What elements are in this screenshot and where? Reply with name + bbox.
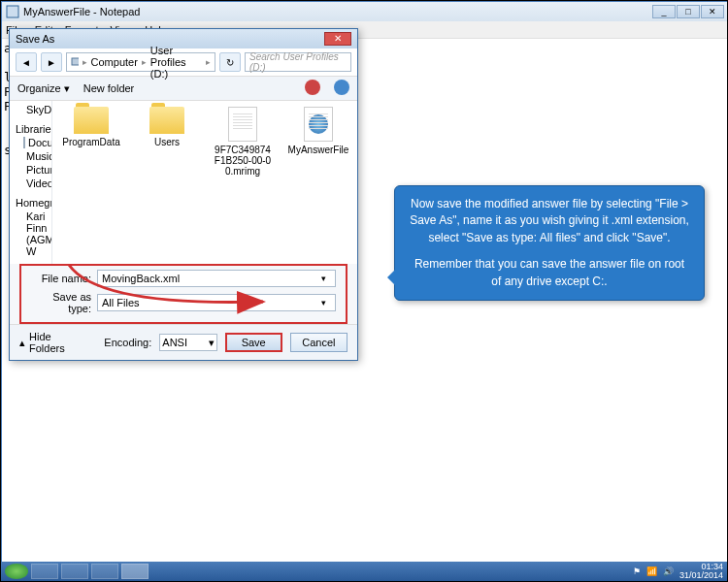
taskbar-mediaplayer[interactable] [91, 564, 118, 579]
minimize-button[interactable]: _ [652, 5, 676, 18]
folder-tree[interactable]: SkyDrive Libraries Documents Music Pictu… [10, 101, 52, 264]
dialog-toolbar: Organize ▾ New folder [10, 77, 357, 101]
folder-icon [149, 107, 184, 134]
refresh-button[interactable]: ↻ [219, 52, 241, 72]
newfolder-button[interactable]: New folder [83, 82, 135, 94]
notepad-title: MyAnswerFile - Notepad [23, 6, 652, 17]
callout-paragraph-2: Remember that you can save the answer fi… [409, 256, 690, 290]
help-button[interactable] [334, 80, 349, 97]
dialog-bottom-bar: ▴ Hide Folders Encoding: ANSI▾ Save Canc… [10, 324, 357, 360]
xml-icon [304, 107, 333, 142]
breadcrumb-computer[interactable]: Computer [91, 56, 138, 68]
tray-network-icon[interactable]: 📶 [646, 566, 657, 576]
dropdown-icon: ▾ [209, 337, 215, 349]
tree-videos[interactable]: Videos [10, 177, 51, 190]
view-button[interactable] [305, 80, 320, 97]
dropdown-icon[interactable]: ▾ [315, 298, 331, 307]
instruction-callout: Now save the modified answer file by sel… [394, 185, 705, 301]
file-myanswerfile[interactable]: MyAnswerFile [289, 107, 347, 155]
saveas-close-button[interactable]: ✕ [324, 32, 351, 46]
system-tray[interactable]: ⚑ 📶 🔊 01:34 31/01/2014 [633, 563, 723, 580]
file-mrimg[interactable]: 9F7C349874F1B250-00-00.mrimg [214, 107, 272, 177]
tree-skydrive[interactable]: SkyDrive [10, 103, 51, 116]
document-icon [228, 107, 257, 142]
start-button[interactable] [5, 564, 28, 579]
file-programdata[interactable]: ProgramData [62, 107, 120, 147]
tray-flag-icon[interactable]: ⚑ [633, 566, 641, 576]
back-button[interactable]: ◄ [16, 52, 37, 72]
filename-label: File name: [31, 273, 91, 284]
documents-icon [23, 137, 25, 148]
encoding-label: Encoding: [104, 337, 151, 348]
file-list[interactable]: ProgramData Users 9F7C349874F1B250-00-00… [52, 101, 357, 264]
filename-input[interactable]: MovingBack.xml▾ [97, 270, 336, 287]
dialog-body: SkyDrive Libraries Documents Music Pictu… [10, 101, 357, 264]
notepad-titlebar[interactable]: MyAnswerFile - Notepad _ □ ✕ [2, 2, 728, 21]
clock[interactable]: 01:34 31/01/2014 [679, 563, 723, 580]
window-controls: _ □ ✕ [652, 5, 724, 18]
cancel-button[interactable]: Cancel [290, 333, 347, 352]
globe-icon [309, 114, 328, 134]
computer-icon [71, 56, 79, 68]
tree-documents[interactable]: Documents [10, 136, 51, 149]
file-users[interactable]: Users [138, 107, 196, 147]
tree-libraries[interactable]: Libraries [10, 122, 51, 136]
taskbar-notepad[interactable] [121, 564, 149, 579]
forward-button[interactable]: ► [41, 52, 62, 72]
taskbar-ie[interactable] [31, 564, 58, 579]
maximize-button[interactable]: □ [677, 5, 700, 18]
saveas-dialog: Save As ✕ ◄ ► ▸ Computer ▸ User Profiles… [9, 28, 358, 361]
hide-folders-toggle[interactable]: ▴ Hide Folders [19, 331, 88, 354]
organize-button[interactable]: Organize ▾ [17, 82, 70, 95]
folder-icon [74, 107, 109, 134]
svg-rect-1 [72, 58, 79, 65]
saveastype-label: Save as type: [31, 291, 91, 314]
chevron-right-icon: ▸ [206, 57, 211, 67]
taskbar[interactable]: ⚑ 📶 🔊 01:34 31/01/2014 [1, 562, 727, 581]
chevron-right-icon: ▸ [83, 57, 87, 67]
callout-paragraph-1: Now save the modified answer file by sel… [409, 196, 690, 246]
breadcrumb[interactable]: ▸ Computer ▸ User Profiles (D:) ▸ [66, 52, 215, 72]
tree-user[interactable]: Kari Finn (AGM-W [10, 210, 51, 258]
notepad-icon [6, 5, 19, 18]
breadcrumb-drive[interactable]: User Profiles (D:) [150, 45, 202, 80]
dropdown-icon[interactable]: ▾ [315, 274, 331, 283]
search-input[interactable]: Search User Profiles (D:) [245, 52, 351, 72]
saveas-title: Save As [16, 33, 324, 45]
saveastype-select[interactable]: All Files▾ [97, 294, 336, 311]
taskbar-explorer[interactable] [61, 564, 88, 579]
close-button[interactable]: ✕ [701, 5, 724, 18]
save-button[interactable]: Save [225, 333, 282, 352]
svg-rect-0 [7, 6, 18, 17]
chevron-up-icon: ▴ [19, 337, 25, 349]
tray-volume-icon[interactable]: 🔊 [663, 566, 674, 576]
fields-panel: File name: MovingBack.xml▾ Save as type:… [19, 264, 347, 324]
tree-homegroup[interactable]: Homegroup [10, 196, 51, 210]
tree-music[interactable]: Music [10, 149, 51, 163]
tree-pictures[interactable]: Pictures [10, 163, 51, 177]
encoding-select[interactable]: ANSI▾ [159, 334, 216, 351]
chevron-right-icon: ▸ [142, 57, 147, 67]
navigation-bar: ◄ ► ▸ Computer ▸ User Profiles (D:) ▸ ↻ … [10, 48, 357, 77]
